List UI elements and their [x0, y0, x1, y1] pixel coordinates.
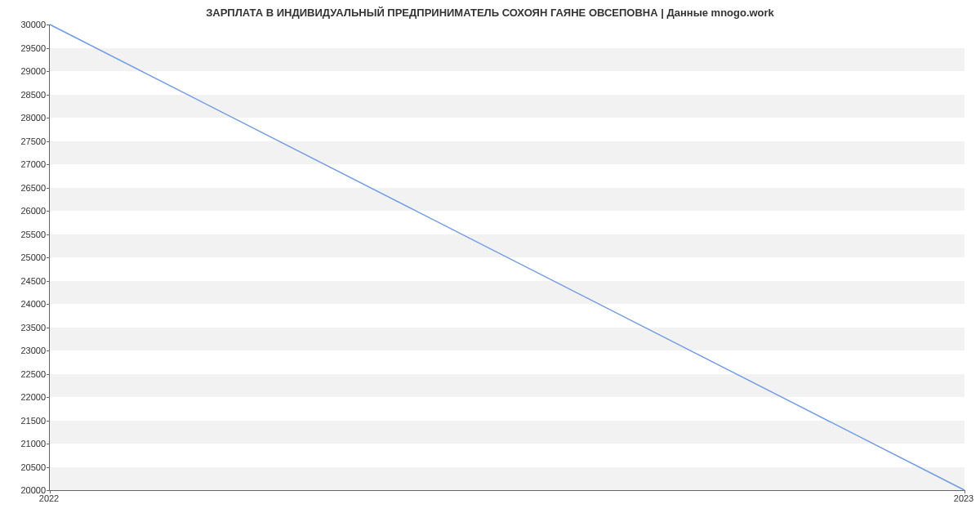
- line-series: [50, 25, 964, 490]
- y-tick-label: 28500: [5, 90, 46, 100]
- y-tick-label: 20500: [5, 462, 46, 472]
- y-tick-label: 23500: [5, 323, 46, 332]
- y-tick-label: 21500: [5, 416, 46, 426]
- y-tick-label: 22000: [5, 392, 46, 402]
- y-tick-label: 25500: [5, 230, 46, 239]
- chart-container: ЗАРПЛАТА В ИНДИВИДУАЛЬНЫЙ ПРЕДПРИНИМАТЕЛ…: [0, 0, 980, 531]
- x-tick-label: 2022: [39, 493, 59, 503]
- y-tick-label: 27500: [5, 136, 46, 146]
- y-tick-label: 28000: [5, 113, 46, 123]
- y-tick-label: 27000: [5, 159, 46, 169]
- y-tick-label: 29000: [5, 66, 46, 76]
- plot-area: [49, 25, 964, 491]
- x-tick-label: 2023: [954, 493, 973, 503]
- chart-title: ЗАРПЛАТА В ИНДИВИДУАЛЬНЫЙ ПРЕДПРИНИМАТЕЛ…: [0, 0, 980, 22]
- y-tick-label: 30000: [5, 20, 46, 29]
- y-tick-label: 24000: [5, 299, 46, 309]
- y-tick-label: 24500: [5, 276, 46, 286]
- y-tick-label: 23000: [5, 346, 46, 355]
- y-tick-label: 29500: [5, 43, 46, 53]
- y-tick-label: 26000: [5, 206, 46, 216]
- y-tick-label: 21000: [5, 439, 46, 448]
- y-tick-label: 22500: [5, 369, 46, 379]
- y-tick-label: 25000: [5, 252, 46, 262]
- y-tick-label: 26500: [5, 183, 46, 193]
